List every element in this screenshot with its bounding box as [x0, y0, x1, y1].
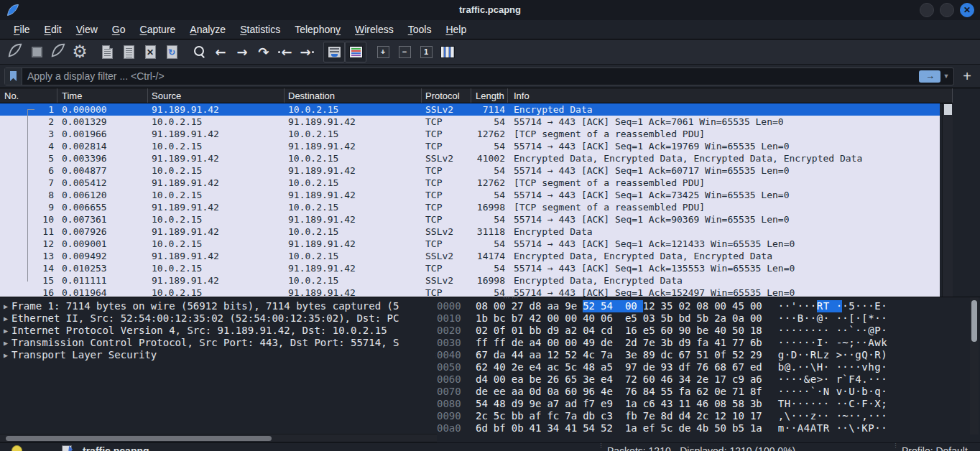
auto-scroll-button[interactable]	[323, 42, 345, 62]
zoom-original-button[interactable]: 1	[415, 42, 437, 62]
expand-arrow-icon[interactable]: ▶	[0, 325, 11, 337]
column-header-protocol[interactable]: Protocol	[422, 88, 471, 103]
hex-row-00a0[interactable]: 00a06dbf0b41344154521aef5cde4b50b51am··A…	[437, 422, 969, 434]
packet-row-10[interactable]: 100.00736110.0.2.1591.189.91.42TCP545571…	[0, 213, 940, 226]
go-forward-icon: →	[236, 45, 247, 60]
packet-row-13[interactable]: 130.00949291.189.91.4210.0.2.15SSLv21417…	[0, 250, 940, 262]
expert-info-icon[interactable]	[11, 445, 22, 451]
add-filter-button[interactable]: +	[958, 68, 976, 85]
packet-row-3[interactable]: 30.00196691.189.91.4210.0.2.15TCP12762[T…	[0, 128, 940, 140]
reload-file-button[interactable]: ↻	[161, 42, 182, 62]
status-filename: traffic.pcapng	[83, 445, 149, 451]
hex-row-0040[interactable]: 004067da44aa12524c7a3e89dc67510f5229g·D·…	[437, 349, 969, 361]
filter-dropdown-caret-icon[interactable]: ▼	[943, 73, 949, 80]
bytes-scrollbar[interactable]	[970, 297, 979, 434]
packet-row-2[interactable]: 20.00132910.0.2.1591.189.91.42TCP5455714…	[0, 116, 940, 128]
packet-row-8[interactable]: 80.00612010.0.2.1591.189.91.42TCP5455714…	[0, 189, 940, 201]
restart-capture-icon	[50, 42, 66, 62]
open-file-button[interactable]	[96, 42, 118, 62]
menu-file[interactable]: File	[7, 22, 37, 37]
restart-capture-button[interactable]	[47, 42, 69, 62]
close-button[interactable]: ✕	[960, 3, 974, 17]
packet-row-15[interactable]: 150.01111191.189.91.4210.0.2.15SSLv21699…	[0, 274, 940, 287]
packet-row-5[interactable]: 50.00339691.189.91.4210.0.2.15SSLv241002…	[0, 152, 940, 164]
colorize-packets-button[interactable]	[345, 42, 366, 62]
column-header-no[interactable]: No.	[0, 88, 57, 103]
hex-row-0070[interactable]: 0070deeeaa0d0a60964e768455fa620e718f····…	[437, 386, 969, 398]
menu-edit[interactable]: Edit	[38, 22, 68, 37]
apply-filter-button[interactable]: →	[919, 70, 940, 83]
column-header-length[interactable]: Length	[471, 88, 508, 103]
expand-arrow-icon[interactable]: ▶	[0, 300, 11, 312]
save-file-button[interactable]	[118, 42, 139, 62]
packet-row-16[interactable]: 160.01196410.0.2.1591.189.91.42TCP545571…	[0, 287, 940, 297]
go-forward-button[interactable]: →	[231, 42, 253, 62]
expand-arrow-icon[interactable]: ▶	[0, 349, 11, 361]
start-capture-button[interactable]	[4, 42, 26, 62]
capture-options-button[interactable]: ⚙	[69, 42, 91, 62]
menu-go[interactable]: Go	[106, 22, 132, 37]
menu-wireless[interactable]: Wireless	[348, 22, 400, 37]
packet-row-14[interactable]: 140.01025310.0.2.1591.189.91.42TCP545571…	[0, 262, 940, 274]
zoom-out-button[interactable]: −	[394, 42, 415, 62]
close-file-button[interactable]: ✕	[139, 42, 161, 62]
resize-columns-button[interactable]	[437, 42, 458, 62]
maximize-button[interactable]	[940, 3, 954, 17]
pane-splitter-handle[interactable]: ⋯⋯	[503, 297, 522, 299]
minimize-button[interactable]	[920, 3, 934, 17]
details-scroll-thumb[interactable]	[6, 436, 272, 441]
packet-list-scrollbar[interactable]	[942, 103, 953, 297]
menu-tools[interactable]: Tools	[402, 22, 438, 37]
expand-arrow-icon[interactable]: ▶	[0, 337, 11, 349]
detail-row-4[interactable]: ▶Transport Layer Security	[0, 349, 431, 361]
menu-capture[interactable]: Capture	[134, 22, 182, 37]
hex-row-0030[interactable]: 0030ffffdea4000049de2d7e3bd9fa41776b····…	[437, 337, 969, 349]
find-packet-button[interactable]	[188, 42, 210, 62]
packet-details-pane: ▶Frame 1: 7114 bytes on wire (56912 bits…	[0, 300, 431, 432]
hex-row-0080[interactable]: 00805448d99ea7adf7e91ac643114608583bTH··…	[437, 398, 969, 410]
stop-capture-button[interactable]	[26, 42, 47, 62]
packet-row-4[interactable]: 40.00281410.0.2.1591.189.91.42TCP5455714…	[0, 140, 940, 152]
hex-row-0050[interactable]: 005062402ee4ac5c48a597de93df766867edb@.·…	[437, 361, 969, 373]
details-horizontal-scrollbar[interactable]	[0, 434, 437, 442]
column-header-time[interactable]: Time	[57, 88, 148, 103]
display-filter-input[interactable]: Apply a display filter ... <Ctrl-/> → ▼	[4, 68, 954, 85]
filter-bookmark-icon[interactable]	[5, 68, 22, 85]
go-to-packet-button[interactable]: ↷	[253, 42, 274, 62]
column-header-info[interactable]: Info	[508, 88, 953, 103]
packet-list-pane: No.TimeSourceDestinationProtocolLengthIn…	[0, 88, 980, 297]
hex-row-0060[interactable]: 0060d400eabe26653ee4726046342e17c9a6····…	[437, 373, 969, 386]
go-back-button[interactable]: ←	[210, 42, 231, 62]
zoom-in-button[interactable]: +	[372, 42, 394, 62]
hex-row-0010[interactable]: 00101bbcb74200004006e5035bbd5b2a0a00···B…	[437, 312, 969, 325]
expand-arrow-icon[interactable]: ▶	[0, 312, 11, 325]
hex-row-0000[interactable]: 0000080027d8aa9e52540012350208004500··'·…	[437, 300, 969, 312]
packet-row-1[interactable]: 10.00000091.189.91.4210.0.2.15SSLv27114E…	[0, 103, 940, 116]
menu-analyze[interactable]: Analyze	[183, 22, 232, 37]
hex-row-0020[interactable]: 0020020f01bbd9a204cd16e56090be405018····…	[437, 325, 969, 337]
go-last-packet-button[interactable]: →	[296, 42, 318, 62]
column-header-source[interactable]: Source	[148, 88, 285, 103]
menu-help[interactable]: Help	[439, 22, 473, 37]
column-header-destination[interactable]: Destination	[285, 88, 422, 103]
packet-row-12[interactable]: 120.00900110.0.2.1591.189.91.42TCP545571…	[0, 238, 940, 250]
packet-row-6[interactable]: 60.00487710.0.2.1591.189.91.42TCP5455714…	[0, 164, 940, 177]
packet-list-scroll-thumb[interactable]	[944, 104, 952, 115]
packet-row-7[interactable]: 70.00541291.189.91.4210.0.2.15TCP12762[T…	[0, 177, 940, 189]
bytes-scroll-thumb[interactable]	[971, 300, 977, 342]
save-file-icon	[124, 45, 134, 59]
detail-row-2[interactable]: ▶Internet Protocol Version 4, Src: 91.18…	[0, 325, 431, 337]
capture-comment-icon[interactable]	[62, 445, 72, 451]
go-first-packet-button[interactable]: ←	[274, 42, 296, 62]
hex-row-0090[interactable]: 00902c5cbbaffc7adbc3fb7e8dd42c121017,\··…	[437, 410, 969, 422]
packet-row-11[interactable]: 110.00792691.189.91.4210.0.2.15SSLv23111…	[0, 226, 940, 238]
status-profile: Profile: Default	[902, 445, 968, 451]
detail-row-0[interactable]: ▶Frame 1: 7114 bytes on wire (56912 bits…	[0, 300, 431, 312]
menu-view[interactable]: View	[70, 22, 104, 37]
menu-statistics[interactable]: Statistics	[234, 22, 287, 37]
capture-options-icon: ⚙	[72, 42, 88, 62]
menu-telephony[interactable]: Telephony	[288, 22, 347, 37]
detail-row-1[interactable]: ▶Ethernet II, Src: 52:54:00:12:35:02 (52…	[0, 312, 431, 325]
detail-row-3[interactable]: ▶Transmission Control Protocol, Src Port…	[0, 337, 431, 349]
packet-row-9[interactable]: 90.00665591.189.91.4210.0.2.15TCP16998[T…	[0, 201, 940, 213]
